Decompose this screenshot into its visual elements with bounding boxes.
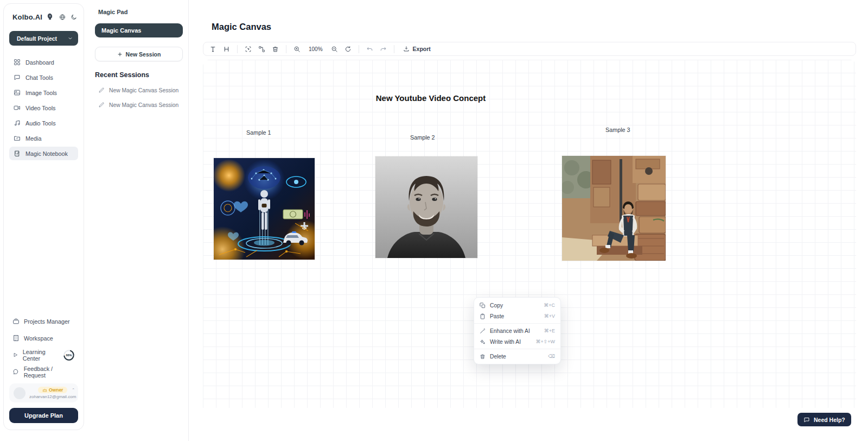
download-icon xyxy=(403,46,410,52)
sidebar-item-learning-center[interactable]: Learning Center 66% xyxy=(9,349,78,361)
sidebar-item-feedback[interactable]: Feedback / Request xyxy=(9,366,78,378)
user-account-chip[interactable]: Owner zoharvan12@gmail.com ⌃ xyxy=(9,383,78,402)
session-item-label: New Magic Canvas Session xyxy=(109,87,178,93)
select-tool-button[interactable] xyxy=(242,43,254,54)
context-menu-divider xyxy=(474,323,560,324)
briefcase-icon xyxy=(12,318,20,325)
context-item-label: Delete xyxy=(490,354,544,360)
delete-tool-button[interactable] xyxy=(269,43,282,54)
context-item-label: Enhance with AI xyxy=(490,328,540,334)
sample-image-3[interactable] xyxy=(562,156,666,261)
sample-image-2[interactable] xyxy=(375,156,477,258)
app-root: Kolbo.AI Default Project Dashboard Chat … xyxy=(0,0,868,441)
sidebar-item-label: Video Tools xyxy=(25,105,55,111)
sample-image-1[interactable] xyxy=(214,158,315,260)
canvas-toolbar: 100% Export xyxy=(203,42,856,56)
sidebar-item-image-tools[interactable]: Image Tools xyxy=(9,86,78,99)
context-item-shortcut: ⌘+⇧+W xyxy=(535,339,555,344)
dashboard-icon xyxy=(14,59,21,66)
zoom-in-button[interactable] xyxy=(291,43,303,54)
context-menu-enhance-with-ai[interactable]: Enhance with AI ⌘+E xyxy=(474,325,560,336)
redo-button[interactable] xyxy=(377,43,390,54)
export-button[interactable]: Export xyxy=(399,46,435,52)
media-folder-icon xyxy=(14,135,21,142)
toolbar-separator xyxy=(237,45,238,53)
context-menu-delete[interactable]: Delete ⌫ xyxy=(474,351,560,362)
building-icon xyxy=(12,335,20,342)
sidebar-nav: Dashboard Chat Tools Image Tools Video T… xyxy=(9,55,78,160)
sidebar-item-workspace[interactable]: Workspace xyxy=(9,332,78,344)
session-list-item[interactable]: New Magic Canvas Session xyxy=(95,102,183,108)
sidebar-item-media[interactable]: Media xyxy=(9,131,78,145)
context-item-label: Paste xyxy=(490,313,540,319)
magic-wand-icon xyxy=(480,328,486,334)
magic-canvas-grid[interactable]: New Youtube Video Concept Sample 1 Sampl… xyxy=(203,60,856,408)
sidebar-item-chat-tools[interactable]: Chat Tools xyxy=(9,71,78,84)
pencil-icon xyxy=(98,87,105,93)
trash-icon xyxy=(480,354,486,360)
sidebar: Kolbo.AI Default Project Dashboard Chat … xyxy=(3,3,84,430)
context-menu-divider xyxy=(474,349,560,349)
sidebar-item-label: Workspace xyxy=(24,335,53,342)
context-menu: Copy ⌘+C Paste ⌘+V Enhance with AI ⌘+E W… xyxy=(474,297,561,364)
paste-icon xyxy=(480,313,486,319)
session-item-label: New Magic Canvas Session xyxy=(109,102,178,108)
zoom-out-button[interactable] xyxy=(328,43,341,54)
page-title: Magic Canvas xyxy=(212,22,271,32)
language-globe-icon[interactable] xyxy=(59,14,66,21)
upgrade-plan-button[interactable]: Upgrade Plan xyxy=(9,408,78,423)
pencil-icon xyxy=(98,102,105,108)
nav-item-magic-pad[interactable]: Magic Pad xyxy=(95,8,183,16)
context-item-shortcut: ⌘+E xyxy=(544,328,555,333)
reset-view-button[interactable] xyxy=(342,43,354,54)
sidebar-item-projects-manager[interactable]: Projects Manager xyxy=(9,315,78,327)
zoom-level: 100% xyxy=(304,46,327,52)
sample-1-label[interactable]: Sample 1 xyxy=(246,129,271,136)
connector-tool-button[interactable] xyxy=(256,43,268,54)
recent-sessions-heading: Recent Sessions xyxy=(95,71,183,79)
session-list-item[interactable]: New Magic Canvas Session xyxy=(95,87,183,93)
avatar xyxy=(14,387,25,399)
context-item-label: Write with AI xyxy=(490,339,531,345)
chat-bubble-icon xyxy=(14,74,21,81)
crown-icon xyxy=(42,388,47,393)
sidebar-item-dashboard[interactable]: Dashboard xyxy=(9,55,78,69)
sidebar-bottom-nav: Projects Manager Workspace Learning Cent… xyxy=(9,315,78,378)
sparkles-icon xyxy=(480,339,486,345)
music-note-icon xyxy=(14,119,21,127)
sidebar-item-label: Projects Manager xyxy=(24,318,70,325)
sidebar-item-label: Chat Tools xyxy=(25,74,53,81)
learning-progress-ring: 66% xyxy=(63,349,75,361)
sidebar-item-audio-tools[interactable]: Audio Tools xyxy=(9,116,78,130)
sidebar-item-label: Learning Center xyxy=(23,349,58,362)
context-item-shortcut: ⌘+C xyxy=(544,303,555,308)
sessions-panel: Magic Pad Magic Canvas New Session Recen… xyxy=(88,0,189,441)
undo-button[interactable] xyxy=(363,43,376,54)
heading-tool-button[interactable] xyxy=(220,43,233,54)
context-menu-copy[interactable]: Copy ⌘+C xyxy=(474,300,560,311)
sidebar-item-video-tools[interactable]: Video Tools xyxy=(9,101,78,115)
new-session-button[interactable]: New Session xyxy=(95,47,183,61)
export-label: Export xyxy=(413,46,431,52)
text-tool-button[interactable] xyxy=(207,43,219,54)
context-item-shortcut: ⌘+V xyxy=(544,313,555,319)
new-session-label: New Session xyxy=(126,51,161,58)
project-selector-label: Default Project xyxy=(17,35,57,42)
image-icon xyxy=(14,89,21,96)
sample-3-label[interactable]: Sample 3 xyxy=(605,127,630,133)
context-menu-write-with-ai[interactable]: Write with AI ⌘+⇧+W xyxy=(474,336,560,347)
project-selector[interactable]: Default Project xyxy=(9,31,78,46)
toolbar-separator xyxy=(359,45,359,53)
context-item-shortcut: ⌫ xyxy=(548,354,555,359)
sidebar-item-magic-notebook[interactable]: Magic Notebook xyxy=(9,147,78,160)
user-email: zoharvan12@gmail.com xyxy=(29,394,76,399)
need-help-button[interactable]: Need Help? xyxy=(797,413,851,426)
canvas-heading-text[interactable]: New Youtube Video Concept xyxy=(360,93,501,103)
toolbar-separator xyxy=(286,45,286,53)
sidebar-item-label: Magic Notebook xyxy=(25,150,68,157)
nav-item-magic-canvas[interactable]: Magic Canvas xyxy=(95,23,183,37)
sample-2-label[interactable]: Sample 2 xyxy=(410,134,435,141)
context-menu-paste[interactable]: Paste ⌘+V xyxy=(474,311,560,322)
sidebar-item-label: Media xyxy=(25,135,41,142)
dark-mode-moon-icon[interactable] xyxy=(71,14,77,21)
